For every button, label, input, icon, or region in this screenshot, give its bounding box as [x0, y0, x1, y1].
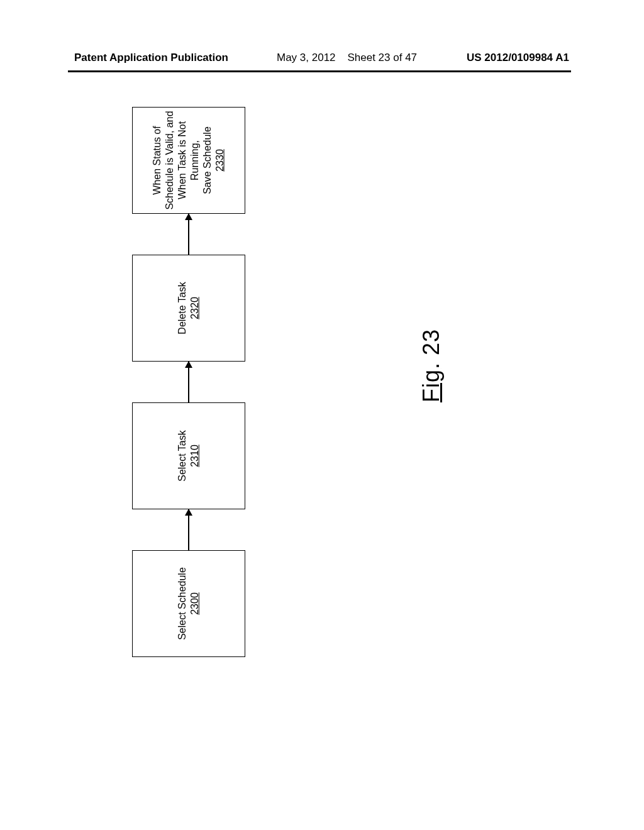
flow-box-save-schedule: When Status of Schedule is Valid, and Wh… — [132, 107, 245, 214]
box-line: When Task is Not — [176, 111, 189, 209]
header-date: May 3, 2012 — [277, 52, 336, 64]
box-line: When Status of — [151, 111, 164, 209]
flow-box-delete-task: Delete Task 2320 — [132, 255, 245, 362]
header-meta: May 3, 2012 Sheet 23 of 47 — [277, 52, 417, 64]
flow-arrow — [188, 362, 189, 402]
header-rule — [68, 70, 571, 72]
flow-diagram: When Status of Schedule is Valid, and Wh… — [119, 107, 258, 660]
header-publication: Patent Application Publication — [74, 52, 228, 64]
figure-label: Fig. 23 — [418, 329, 445, 402]
box-line: Running, — [189, 111, 201, 209]
flow-box-select-task: Select Task 2310 — [132, 402, 245, 509]
page-header: Patent Application Publication May 3, 20… — [0, 52, 644, 69]
box-ref: 2320 — [189, 282, 201, 334]
box-text: When Status of Schedule is Valid, and Wh… — [151, 111, 226, 209]
box-text: Select Schedule 2300 — [176, 567, 201, 640]
box-line: Select Schedule — [176, 567, 189, 640]
flow-arrow — [188, 509, 189, 550]
box-line: Select Task — [176, 430, 189, 482]
box-ref: 2300 — [189, 567, 201, 640]
box-text: Delete Task 2320 — [176, 282, 201, 334]
box-line: Save Schedule — [201, 111, 214, 209]
flow-box-select-schedule: Select Schedule 2300 — [132, 550, 245, 657]
box-ref: 2330 — [214, 111, 226, 209]
figure-number: . 23 — [418, 329, 444, 369]
page: Patent Application Publication May 3, 20… — [0, 0, 644, 830]
box-ref: 2310 — [189, 430, 201, 482]
header-pubnumber: US 2012/0109984 A1 — [467, 52, 569, 64]
box-text: Select Task 2310 — [176, 430, 201, 482]
box-line: Delete Task — [176, 282, 189, 334]
box-line: Schedule is Valid, and — [164, 111, 176, 209]
header-sheet: Sheet 23 of 47 — [347, 52, 417, 64]
figure-prefix: Fig — [418, 369, 444, 402]
flow-arrow — [188, 214, 189, 255]
